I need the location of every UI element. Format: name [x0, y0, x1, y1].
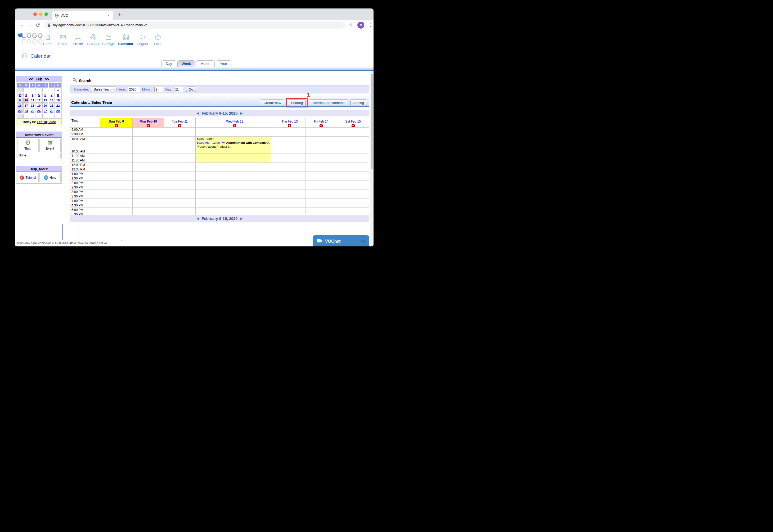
day-link[interactable]: Sun Feb 9 [109, 120, 124, 123]
time-slot-cell[interactable] [305, 154, 337, 158]
minical-day-link[interactable]: 2 [19, 93, 21, 97]
time-slot-cell[interactable] [164, 154, 196, 158]
add-appointment-icon[interactable] [147, 124, 150, 127]
add-appointment-icon[interactable] [178, 124, 181, 127]
time-slot-cell[interactable] [337, 158, 369, 163]
time-slot-cell[interactable] [196, 176, 274, 181]
day-link[interactable]: Thu Feb 13 [281, 120, 298, 123]
year-input[interactable] [128, 87, 140, 92]
time-slot-cell[interactable] [274, 137, 305, 149]
day-link[interactable]: Fri Feb 14 [314, 120, 329, 123]
time-slot-cell[interactable] [100, 172, 133, 176]
time-slot-cell[interactable] [337, 149, 369, 154]
minical-day-link[interactable]: 7 [51, 93, 52, 97]
minical-prev-button[interactable]: << [29, 77, 33, 81]
time-slot-cell[interactable] [133, 167, 164, 172]
time-slot-cell[interactable] [274, 172, 305, 176]
time-slot-cell[interactable] [133, 176, 164, 181]
time-slot-cell[interactable] [133, 137, 164, 149]
time-slot-cell[interactable] [274, 128, 305, 132]
appointment-time-link[interactable]: 10:00 AM - 12:00 PM [197, 141, 225, 144]
time-slot-cell[interactable] [305, 128, 337, 132]
time-slot-cell[interactable] [305, 208, 337, 212]
today-date-link[interactable]: Feb 10, 2020 [37, 120, 56, 124]
time-slot-cell[interactable] [305, 199, 337, 203]
time-slot-cell[interactable] [133, 199, 164, 203]
time-slot-cell[interactable] [100, 128, 133, 132]
time-slot-cell[interactable] [100, 132, 133, 137]
time-slot-cell[interactable] [337, 137, 369, 149]
time-slot-cell[interactable] [305, 181, 337, 185]
nav-item-logout[interactable]: Logout [137, 33, 149, 46]
time-slot-cell[interactable] [100, 203, 133, 208]
time-slot-cell[interactable] [337, 172, 369, 176]
time-slot-cell[interactable] [133, 172, 164, 176]
time-slot-cell[interactable] [100, 137, 133, 149]
time-slot-cell[interactable] [164, 158, 196, 163]
time-slot-cell[interactable] [133, 194, 164, 199]
time-slot-cell[interactable] [337, 194, 369, 199]
minical-day-link[interactable]: 9 [19, 99, 21, 102]
day-link[interactable]: Mon Feb 10 [140, 120, 157, 123]
time-slot-cell[interactable] [305, 149, 337, 154]
browser-tab[interactable]: AVO × [52, 11, 113, 20]
day-input[interactable] [174, 87, 183, 92]
time-slot-cell[interactable] [164, 137, 196, 149]
time-slot-cell[interactable]: Sales Team *10:00 AM - 12:00 PM Appointm… [196, 137, 274, 149]
minical-day-link[interactable]: 11 [31, 99, 34, 102]
time-slot-cell[interactable] [133, 208, 164, 212]
time-slot-cell[interactable] [164, 208, 196, 212]
time-slot-cell[interactable] [164, 194, 196, 199]
time-slot-cell[interactable] [274, 185, 305, 190]
time-slot-cell[interactable] [164, 203, 196, 208]
time-slot-cell[interactable] [305, 172, 337, 176]
minical-day-link[interactable]: 18 [31, 104, 34, 107]
time-slot-cell[interactable] [196, 154, 274, 158]
time-slot-cell[interactable] [196, 185, 274, 190]
time-slot-cell[interactable] [305, 163, 337, 167]
time-slot-cell[interactable] [133, 158, 164, 163]
time-slot-cell[interactable] [274, 203, 305, 208]
time-slot-cell[interactable] [164, 190, 196, 194]
minical-day-link[interactable]: 23 [18, 109, 22, 112]
minical-day-link[interactable]: 5 [38, 93, 40, 97]
minical-day-link[interactable]: 10 [25, 99, 28, 102]
reload-button[interactable] [34, 23, 42, 27]
time-slot-cell[interactable] [337, 199, 369, 203]
nav-item-profile[interactable]: Profile [72, 33, 84, 46]
add-appointment-icon[interactable] [320, 124, 323, 127]
time-slot-cell[interactable] [305, 176, 337, 181]
next-week-icon[interactable]: ▶ [240, 217, 243, 220]
vochat-button[interactable]: VOChat [313, 235, 369, 246]
tutorial-link[interactable]: Tutorial [25, 176, 36, 179]
time-slot-cell[interactable] [100, 194, 133, 199]
profile-avatar[interactable]: V [357, 22, 364, 29]
minical-day-link[interactable]: 13 [44, 99, 47, 102]
scrollbar[interactable] [370, 72, 374, 246]
nav-item-bizapp[interactable]: BizApp [87, 33, 99, 46]
time-slot-cell[interactable] [196, 128, 274, 132]
nav-item-storage[interactable]: Storage [102, 33, 115, 46]
time-slot-cell[interactable] [164, 185, 196, 190]
minical-day-link[interactable]: 25 [31, 109, 34, 112]
tab-close-icon[interactable]: × [107, 13, 111, 18]
time-slot-cell[interactable] [196, 132, 274, 137]
view-tab-month[interactable]: Month [196, 60, 215, 67]
time-slot-cell[interactable] [337, 163, 369, 167]
forward-button[interactable]: → [26, 22, 34, 28]
time-slot-cell[interactable] [305, 203, 337, 208]
time-slot-cell[interactable] [337, 203, 369, 208]
time-slot-cell[interactable] [196, 199, 274, 203]
time-slot-cell[interactable] [274, 167, 305, 172]
time-slot-cell[interactable] [337, 167, 369, 172]
time-slot-cell[interactable] [100, 154, 133, 158]
time-slot-cell[interactable] [274, 158, 305, 163]
minical-day-link[interactable]: 3 [25, 93, 27, 97]
traffic-zoom-button[interactable] [44, 12, 48, 16]
go-button[interactable]: Go [186, 87, 196, 92]
view-tab-year[interactable]: Year [216, 60, 231, 67]
minical-day-link[interactable]: 20 [44, 104, 47, 107]
time-slot-cell[interactable] [133, 181, 164, 185]
time-slot-cell[interactable] [305, 185, 337, 190]
minical-day-link[interactable]: 24 [25, 109, 28, 112]
